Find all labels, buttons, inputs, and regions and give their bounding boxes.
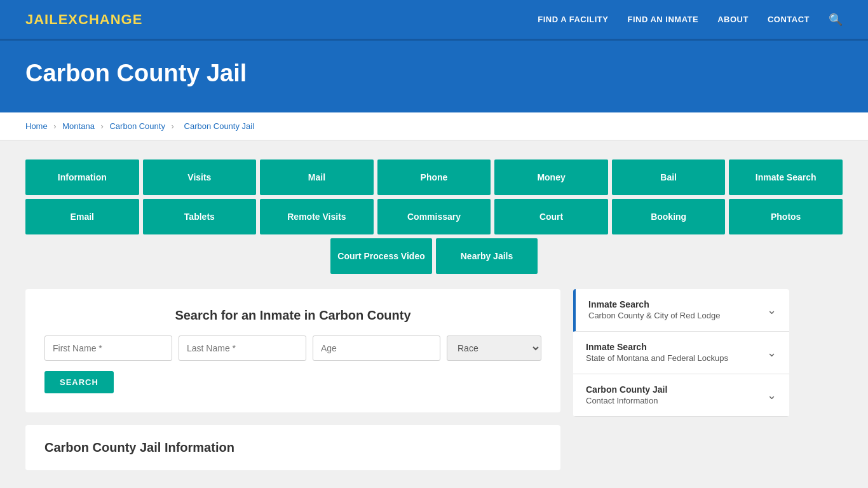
nav-contact[interactable]: CONTACT: [768, 15, 810, 24]
nav-about[interactable]: ABOUT: [717, 15, 749, 24]
race-select[interactable]: Race White Black Hispanic Asian Native A…: [447, 336, 541, 361]
info-section: Carbon County Jail Information: [25, 425, 560, 470]
btn-information[interactable]: Information: [25, 159, 139, 195]
sidebar-item-title-3: Carbon County Jail: [586, 384, 667, 395]
button-grid-row2: Email Tablets Remote Visits Commissary C…: [25, 199, 843, 234]
breadcrumb-montana[interactable]: Montana: [62, 121, 95, 131]
sidebar-item-title-1: Inmate Search: [588, 299, 720, 309]
sidebar-item-subtitle-2: State of Montana and Federal Lockups: [586, 353, 728, 363]
btn-court-process-video[interactable]: Court Process Video: [330, 238, 432, 274]
last-name-input[interactable]: [179, 336, 306, 361]
btn-remote-visits[interactable]: Remote Visits: [260, 199, 374, 234]
btn-tablets[interactable]: Tablets: [143, 199, 257, 234]
btn-inmate-search[interactable]: Inmate Search: [729, 159, 843, 195]
info-title: Carbon County Jail Information: [44, 440, 541, 455]
sidebar-item-contact-info[interactable]: Carbon County Jail Contact Information ⌄: [573, 374, 789, 417]
btn-visits[interactable]: Visits: [143, 159, 257, 195]
hero-section: Carbon County Jail: [0, 41, 868, 112]
button-grid-row3: Court Process Video Nearby Jails: [25, 238, 843, 274]
content-wrapper: Information Visits Mail Phone Money Bail…: [0, 140, 868, 488]
age-input[interactable]: [313, 336, 440, 361]
sidebar-item-subtitle-1: Carbon County & City of Red Lodge: [588, 311, 720, 320]
navbar: JAILEXCHANGE FIND A FACILITY FIND AN INM…: [0, 0, 868, 41]
chevron-down-icon-2: ⌄: [767, 346, 776, 360]
btn-court[interactable]: Court: [494, 199, 608, 234]
btn-email[interactable]: Email: [25, 199, 139, 234]
chevron-down-icon-3: ⌄: [767, 388, 776, 402]
search-inputs: Race White Black Hispanic Asian Native A…: [44, 336, 541, 361]
search-panel: Search for an Inmate in Carbon County Ra…: [25, 289, 560, 470]
logo[interactable]: JAILEXCHANGE: [25, 11, 142, 28]
sidebar-item-title-2: Inmate Search: [586, 342, 728, 352]
breadcrumb: Home › Montana › Carbon County › Carbon …: [0, 112, 868, 140]
btn-phone[interactable]: Phone: [377, 159, 491, 195]
search-button[interactable]: SEARCH: [44, 371, 114, 393]
btn-commissary[interactable]: Commissary: [377, 199, 491, 234]
sidebar: Inmate Search Carbon County & City of Re…: [573, 289, 789, 417]
chevron-down-icon-1: ⌄: [767, 303, 776, 317]
btn-mail[interactable]: Mail: [260, 159, 374, 195]
button-grid-row1: Information Visits Mail Phone Money Bail…: [25, 159, 843, 195]
search-title: Search for an Inmate in Carbon County: [44, 308, 541, 323]
sidebar-item-subtitle-3: Contact Information: [586, 396, 658, 405]
first-name-input[interactable]: [44, 336, 172, 361]
btn-booking[interactable]: Booking: [612, 199, 726, 234]
breadcrumb-carbon-county[interactable]: Carbon County: [109, 121, 165, 131]
logo-jail: JAIL: [25, 11, 58, 27]
nav-links: FIND A FACILITY FIND AN INMATE ABOUT CON…: [538, 13, 843, 27]
nav-find-facility[interactable]: FIND A FACILITY: [538, 15, 608, 24]
breadcrumb-home[interactable]: Home: [25, 121, 48, 131]
sidebar-item-inmate-search-carbon[interactable]: Inmate Search Carbon County & City of Re…: [573, 289, 789, 332]
sidebar-item-inmate-search-state[interactable]: Inmate Search State of Montana and Feder…: [573, 332, 789, 374]
logo-exchange: EXCHANGE: [58, 11, 143, 27]
btn-nearby-jails[interactable]: Nearby Jails: [436, 238, 538, 274]
btn-money[interactable]: Money: [494, 159, 608, 195]
btn-photos[interactable]: Photos: [729, 199, 843, 234]
search-icon[interactable]: 🔍: [829, 13, 843, 27]
page-title: Carbon County Jail: [25, 60, 843, 87]
nav-find-inmate[interactable]: FIND AN INMATE: [627, 15, 698, 24]
lower-section: Search for an Inmate in Carbon County Ra…: [25, 289, 843, 470]
btn-bail[interactable]: Bail: [612, 159, 726, 195]
breadcrumb-current: Carbon County Jail: [184, 121, 255, 131]
